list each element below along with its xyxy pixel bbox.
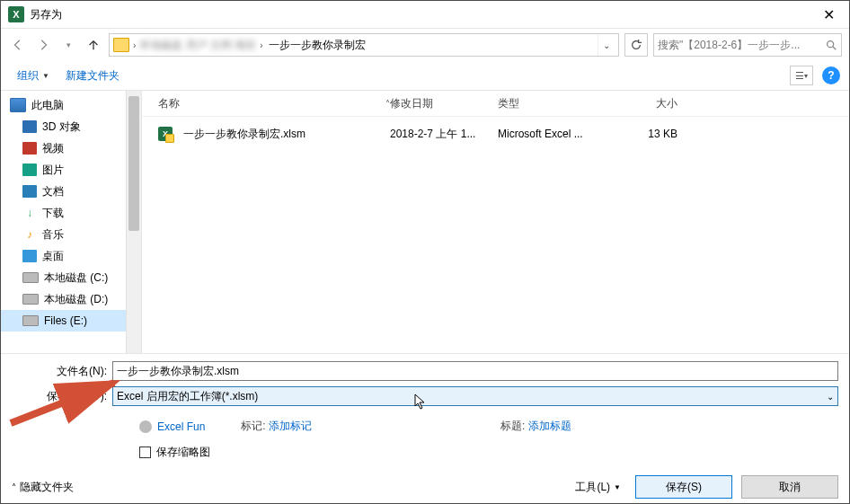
window-title: 另存为	[30, 7, 809, 22]
sidebar-item-3d-objects[interactable]: 3D 对象	[1, 116, 141, 137]
sidebar-item-videos[interactable]: 视频	[1, 137, 141, 159]
sidebar-item-label: 文档	[42, 184, 64, 199]
savetype-value: Excel 启用宏的工作簿(*.xlsm)	[117, 389, 258, 404]
sidebar-item-drive-c[interactable]: 本地磁盘 (C:)	[1, 267, 141, 288]
sidebar-item-drive-d[interactable]: 本地磁盘 (D:)	[1, 288, 141, 310]
sidebar-item-label: 3D 对象	[42, 119, 81, 135]
toolbar: 组织 ▼ 新建文件夹 ☰ ▾ ?	[1, 61, 849, 91]
nav-recent-dropdown[interactable]: ▾	[58, 35, 78, 55]
file-list[interactable]: X一步一步教你录制宏.xlsm2018-2-7 上午 1...Microsoft…	[142, 117, 849, 353]
svg-point-0	[828, 41, 834, 48]
file-type: Microsoft Excel ...	[498, 128, 606, 140]
save-button[interactable]: 保存(S)	[635, 475, 732, 499]
organize-button[interactable]: 组织 ▼	[10, 65, 57, 87]
nav-forward-button[interactable]	[33, 35, 53, 55]
scrollbar-thumb[interactable]	[128, 96, 139, 231]
organize-label: 组织	[17, 68, 39, 84]
sidebar-item-label: 视频	[42, 141, 64, 156]
tools-label: 工具(L)	[575, 480, 610, 495]
titlebar: X 另存为 ✕	[1, 1, 849, 29]
chevron-down-icon: ▼	[614, 483, 621, 491]
address-blurred-prefix: 本地磁盘 用户 文档 项目	[139, 38, 256, 53]
author-value[interactable]: Excel Fun	[157, 420, 205, 433]
search-input[interactable]: 搜索"【2018-2-6】一步一步...	[653, 33, 842, 57]
nav-back-button[interactable]	[8, 35, 28, 55]
excel-file-icon: X	[158, 127, 173, 141]
sidebar-item-documents[interactable]: 文档	[1, 181, 141, 202]
save-thumbnail-label: 保存缩略图	[156, 445, 210, 460]
sidebar-item-label: 本地磁盘 (D:)	[44, 292, 108, 307]
view-switcher: ☰ ▾	[790, 66, 813, 85]
pictures-icon	[22, 164, 37, 176]
column-type-header[interactable]: 类型	[498, 96, 606, 111]
add-title-link[interactable]: 添加标题	[528, 420, 571, 432]
savetype-select[interactable]: Excel 启用宏的工作簿(*.xlsm) ⌄	[112, 386, 838, 406]
music-icon: ♪	[22, 228, 37, 241]
drive-d-icon	[22, 294, 39, 305]
new-folder-label: 新建文件夹	[66, 68, 120, 84]
chevron-right-icon: ›	[133, 40, 136, 50]
sidebar-item-music[interactable]: ♪音乐	[1, 224, 141, 245]
address-last-segment[interactable]: 一步一步教你录制宏	[267, 38, 367, 53]
sidebar-item-label: 桌面	[42, 249, 64, 264]
column-date-header[interactable]: 修改日期	[390, 96, 498, 111]
view-mode-button[interactable]: ☰ ▾	[790, 66, 813, 85]
drive-e-icon	[22, 315, 39, 326]
downloads-icon: ↓	[22, 207, 37, 219]
documents-icon	[22, 185, 37, 198]
sidebar-item-label: 本地磁盘 (C:)	[44, 270, 108, 286]
filename-input[interactable]	[112, 361, 838, 381]
save-thumbnail-checkbox[interactable]	[139, 447, 151, 458]
file-date: 2018-2-7 上午 1...	[390, 127, 498, 142]
cancel-button[interactable]: 取消	[741, 475, 838, 499]
footer: ˄ 隐藏文件夹 工具(L) ▼ 保存(S) 取消	[1, 471, 849, 503]
file-size: 13 KB	[606, 128, 686, 140]
videos-icon	[22, 142, 37, 155]
file-list-header: 名称 ˄ 修改日期 类型 大小	[142, 91, 849, 117]
this-pc-icon	[10, 98, 26, 112]
title-meta-label: 标题:	[500, 420, 525, 432]
svg-line-1	[833, 47, 837, 50]
chevron-up-icon: ˄	[12, 482, 16, 492]
column-name-header[interactable]: 名称 ˄	[158, 96, 390, 111]
save-as-dialog: X 另存为 ✕ ▾ › 本地磁盘 用户 文档 项目 › 一步一步教你录制宏 ⌄ …	[0, 0, 850, 504]
sidebar-item-downloads[interactable]: ↓下载	[1, 202, 141, 224]
folder-icon	[113, 38, 129, 52]
address-bar[interactable]: › 本地磁盘 用户 文档 项目 › 一步一步教你录制宏 ⌄	[109, 33, 619, 57]
sidebar-item-pictures[interactable]: 图片	[1, 159, 141, 181]
new-folder-button[interactable]: 新建文件夹	[58, 65, 127, 87]
column-size-header[interactable]: 大小	[606, 96, 686, 111]
add-tag-link[interactable]: 添加标记	[269, 420, 312, 432]
file-name: 一步一步教你录制宏.xlsm	[183, 127, 305, 142]
help-button[interactable]: ?	[822, 66, 840, 84]
drive-c-icon	[22, 272, 39, 283]
metadata-row: Excel Fun 标记: 添加标记 标题: 添加标题	[112, 411, 838, 439]
address-dropdown[interactable]: ⌄	[598, 34, 615, 56]
sidebar-item-label: 下载	[42, 206, 64, 221]
nav-up-button[interactable]	[84, 35, 103, 55]
sidebar-item-desktop[interactable]: 桌面	[1, 245, 141, 267]
tools-button[interactable]: 工具(L) ▼	[570, 476, 626, 499]
sidebar-item-label: 图片	[42, 163, 64, 178]
file-area: 名称 ˄ 修改日期 类型 大小 X一步一步教你录制宏.xlsm2018-2-7 …	[142, 91, 849, 353]
chevron-right-icon: ›	[260, 40, 262, 50]
close-button[interactable]: ✕	[809, 1, 849, 28]
sidebar-item-label: Files (E:)	[44, 314, 87, 327]
navbar: ▾ › 本地磁盘 用户 文档 项目 › 一步一步教你录制宏 ⌄ 搜索"【2018…	[1, 29, 849, 61]
file-row[interactable]: X一步一步教你录制宏.xlsm2018-2-7 上午 1...Microsoft…	[158, 124, 849, 144]
thumbnail-row: 保存缩略图	[112, 445, 838, 465]
hide-folders-button[interactable]: ˄ 隐藏文件夹	[12, 480, 74, 495]
refresh-button[interactable]	[624, 33, 648, 57]
hide-folders-label: 隐藏文件夹	[20, 480, 74, 495]
author-icon	[139, 420, 152, 433]
sidebar-scrollbar[interactable]	[126, 91, 141, 353]
excel-app-icon: X	[8, 6, 24, 22]
chevron-down-icon: ▼	[42, 72, 49, 80]
sidebar-item-this-pc[interactable]: 此电脑	[1, 94, 141, 116]
tag-label: 标记:	[241, 420, 265, 432]
search-placeholder: 搜索"【2018-2-6】一步一步...	[658, 38, 821, 53]
search-icon	[825, 39, 837, 51]
sidebar-item-drive-e[interactable]: Files (E:)	[1, 310, 141, 332]
body: 此电脑3D 对象视频图片文档↓下载♪音乐桌面本地磁盘 (C:)本地磁盘 (D:)…	[1, 91, 849, 354]
sidebar-item-label: 此电脑	[31, 98, 64, 113]
